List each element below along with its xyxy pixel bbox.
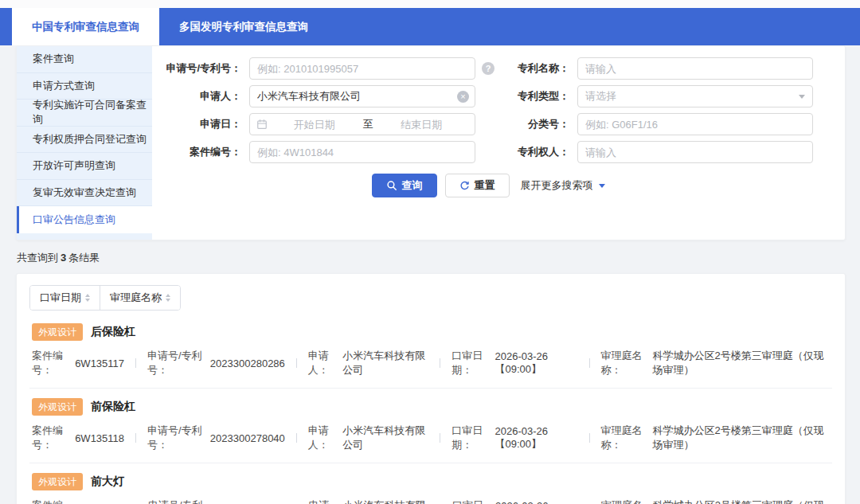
search-panel: 案件查询 申请方式查询 专利实施许可合同备案查询 专利权质押合同登记查询 开放许…: [16, 45, 846, 240]
case-number-input[interactable]: [249, 141, 475, 163]
sidebar-item-pledge-registration-query[interactable]: 专利权质押合同登记查询: [17, 127, 152, 154]
result-title[interactable]: 后保险杠: [91, 325, 135, 339]
oral-date-value: 2026-03-26【09:00】: [494, 350, 577, 377]
tab-bar: 中国专利审查信息查询 多国发明专利审查信息查询: [0, 8, 860, 45]
classification-number-input[interactable]: [577, 113, 813, 135]
case-no-value: 6W135117: [75, 357, 124, 369]
result-count: 3: [61, 252, 66, 264]
divider: [135, 358, 136, 368]
case-no-label: 案件编号：: [32, 349, 75, 377]
app-no-label: 申请号/专利号：: [148, 498, 211, 504]
classification-number-label: 分类号：: [504, 117, 577, 131]
result-row: 外观设计 前保险杠 案件编号：6W135118 申请号/专利号：20233002…: [29, 389, 832, 463]
reset-button[interactable]: 重置: [445, 174, 510, 197]
tab-multi-country-query[interactable]: 多国发明专利审查信息查询: [159, 8, 328, 45]
sidebar-item-oral-hearing-query[interactable]: 口审公告信息查询: [17, 206, 152, 233]
applicant-label: 申请人：: [152, 89, 249, 104]
main-content: 案件查询 申请方式查询 专利实施许可合同备案查询 专利权质押合同登记查询 开放许…: [0, 45, 860, 504]
sort-court-name-button[interactable]: 审理庭名称: [100, 286, 180, 310]
top-strip: [0, 0, 860, 8]
divider: [296, 433, 297, 443]
app-no-value: 2023300278040: [210, 432, 285, 444]
patent-name-input[interactable]: [577, 57, 813, 80]
patent-type-badge: 外观设计: [32, 323, 83, 341]
oral-date-value: 2026-03-26【09:00】: [494, 425, 577, 451]
patent-name-label: 专利名称：: [504, 61, 577, 76]
court-value: 科学城办公区2号楼第三审理庭（仅现场审理）: [653, 424, 831, 452]
search-button[interactable]: 查询: [372, 174, 437, 197]
result-title[interactable]: 前保险杠: [91, 400, 135, 414]
search-form: 申请号/专利号： ? 申请人： × 申请日：: [152, 46, 845, 240]
patent-type-badge: 外观设计: [32, 473, 83, 490]
sidebar-item-case-query[interactable]: 案件查询: [17, 46, 152, 73]
sort-group: 口审日期 审理庭名称: [29, 285, 181, 311]
date-range-separator: 至: [362, 117, 375, 131]
start-date-input[interactable]: [268, 119, 362, 131]
patentee-label: 专利权人：: [504, 145, 577, 159]
divider: [135, 433, 136, 443]
calendar-icon: [256, 119, 268, 130]
end-date-input[interactable]: [375, 119, 469, 131]
applicant-value: 小米汽车科技有限公司: [342, 349, 428, 377]
app-no-label: 申请号/专利号：: [147, 349, 210, 377]
result-title[interactable]: 前大灯: [91, 475, 124, 489]
divider: [440, 358, 440, 368]
application-date-range[interactable]: 至: [249, 113, 475, 135]
divider: [589, 433, 590, 443]
court-value: 科学城办公区2号楼第三审理庭（仅现场审理）: [653, 349, 831, 377]
sidebar-item-reexam-invalid-query[interactable]: 复审无效审查决定查询: [17, 180, 152, 207]
result-row: 外观设计 前大灯 案件编号：6W135142 申请号/专利号：202330027…: [29, 463, 832, 504]
patentee-input[interactable]: [577, 141, 813, 163]
help-icon[interactable]: ?: [482, 62, 494, 75]
application-date-label: 申请日：: [152, 117, 249, 131]
court-label: 审理庭名称：: [601, 424, 653, 452]
applicant-label: 申请人：: [309, 498, 343, 504]
results-summary: 共查询到3条结果: [17, 251, 845, 265]
patent-type-badge: 外观设计: [32, 398, 83, 416]
result-row: 外观设计 后保险杠 案件编号：6W135117 申请号/专利号：20233002…: [29, 314, 832, 389]
form-left-column: 申请号/专利号： ? 申请人： × 申请日：: [152, 57, 504, 169]
applicant-label: 申请人：: [308, 349, 342, 377]
application-number-input[interactable]: [249, 57, 475, 80]
oral-date-value: 2026-03-26【09:00】: [495, 500, 578, 504]
app-no-value: 2023300280286: [210, 357, 285, 369]
application-number-label: 申请号/专利号：: [152, 61, 249, 76]
court-label: 审理庭名称：: [601, 349, 653, 377]
case-no-value: 6W135118: [75, 432, 124, 444]
oral-date-label: 口审日期：: [452, 349, 494, 377]
sort-icon: [85, 294, 90, 302]
chevron-down-icon: [599, 184, 605, 188]
sidebar-item-license-record-query[interactable]: 专利实施许可合同备案查询: [17, 100, 152, 127]
case-no-label: 案件编号：: [32, 498, 75, 504]
applicant-input[interactable]: [249, 85, 475, 107]
court-label: 审理庭名称：: [601, 498, 653, 504]
tab-china-patent-query[interactable]: 中国专利审查信息查询: [12, 8, 159, 45]
search-icon: [386, 180, 397, 191]
expand-more-link[interactable]: 展开更多搜索项: [521, 178, 605, 193]
clear-icon[interactable]: ×: [457, 91, 469, 103]
app-no-label: 申请号/专利号：: [147, 424, 210, 452]
divider: [296, 358, 297, 368]
refresh-icon: [459, 181, 470, 191]
patent-type-select[interactable]: 请选择: [577, 85, 813, 107]
sidebar-item-open-license-query[interactable]: 开放许可声明查询: [17, 153, 152, 180]
case-number-label: 案件编号：: [152, 145, 249, 159]
patent-type-value: 请选择: [585, 89, 616, 104]
applicant-value: 小米汽车科技有限公司: [343, 498, 429, 504]
court-value: 科学城办公区2号楼第三审理庭（仅现场审理）: [653, 498, 830, 504]
oral-date-label: 口审日期：: [452, 498, 495, 504]
sidebar: 案件查询 申请方式查询 专利实施许可合同备案查询 专利权质押合同登记查询 开放许…: [17, 46, 152, 240]
divider: [440, 433, 440, 443]
patent-type-label: 专利类型：: [504, 89, 577, 104]
form-buttons: 查询 重置 展开更多搜索项: [152, 174, 824, 197]
case-no-label: 案件编号：: [32, 424, 75, 452]
oral-date-label: 口审日期：: [452, 424, 494, 452]
sidebar-item-application-method-query[interactable]: 申请方式查询: [17, 73, 152, 100]
applicant-label: 申请人：: [308, 424, 342, 452]
results-panel: 口审日期 审理庭名称 外观设计 后保险杠 案件编号：6W135117 申请号/专…: [16, 273, 846, 504]
form-right-column: 专利名称： 专利类型： 请选择 分类号：: [504, 57, 824, 169]
sort-icon: [166, 294, 170, 302]
applicant-value: 小米汽车科技有限公司: [342, 424, 428, 452]
sort-oral-hearing-date-button[interactable]: 口审日期: [30, 286, 100, 310]
chevron-down-icon: [799, 95, 805, 99]
